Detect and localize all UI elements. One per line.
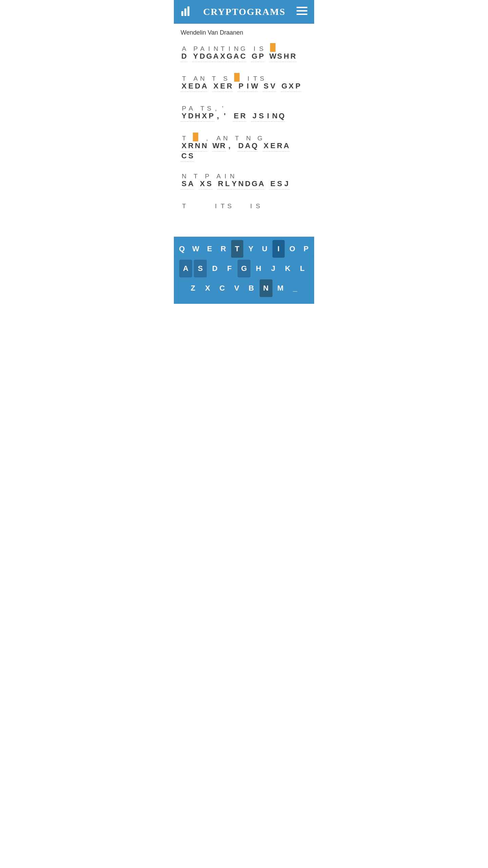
letter-cell[interactable]: X bbox=[199, 179, 206, 190]
letter-cell[interactable]: X bbox=[263, 141, 269, 152]
letter-cell[interactable]: A bbox=[258, 179, 265, 190]
letter-cell[interactable]: N bbox=[199, 73, 206, 82]
letter-cell[interactable]: R bbox=[219, 141, 226, 152]
key-underscore[interactable]: _ bbox=[289, 279, 302, 297]
letter-cell[interactable]: P bbox=[192, 43, 199, 52]
letter-cell[interactable]: C bbox=[240, 52, 246, 62]
key-F[interactable]: F bbox=[223, 260, 236, 277]
key-B[interactable]: B bbox=[245, 279, 258, 297]
letter-cell[interactable]: T bbox=[181, 73, 187, 82]
letter-cell[interactable]: T bbox=[192, 171, 199, 179]
letter-cell[interactable]: T bbox=[181, 133, 187, 141]
letter-cell[interactable]: S bbox=[276, 52, 283, 62]
letter-cell[interactable]: V bbox=[269, 82, 276, 92]
letter-cell[interactable]: Y bbox=[192, 52, 199, 62]
letter-cell[interactable]: H bbox=[283, 52, 290, 62]
letter-cell[interactable]: T bbox=[219, 43, 226, 52]
key-W[interactable]: W bbox=[190, 240, 202, 258]
letter-cell[interactable]: A bbox=[187, 179, 194, 190]
letter-cell[interactable]: N bbox=[238, 179, 244, 190]
letter-cell[interactable]: N bbox=[194, 141, 201, 152]
letter-cell[interactable]: T bbox=[233, 133, 240, 141]
letter-cell[interactable]: A bbox=[212, 52, 219, 62]
letter-cell[interactable]: G bbox=[226, 52, 233, 62]
letter-cell[interactable]: S bbox=[181, 179, 187, 190]
letter-cell[interactable]: X bbox=[181, 82, 187, 92]
letter-cell[interactable]: I bbox=[265, 112, 271, 122]
key-N[interactable]: N bbox=[260, 279, 272, 297]
letter-cell[interactable]: I bbox=[206, 43, 212, 52]
letter-cell[interactable]: D bbox=[199, 52, 206, 62]
letter-cell[interactable]: A bbox=[187, 103, 194, 112]
letter-cell[interactable] bbox=[192, 133, 199, 141]
menu-icon[interactable] bbox=[297, 5, 307, 19]
letter-cell[interactable]: A bbox=[199, 43, 206, 52]
letter-cell[interactable]: G bbox=[251, 52, 258, 62]
letter-cell[interactable]: X bbox=[201, 112, 208, 122]
letter-cell[interactable]: J bbox=[251, 112, 258, 122]
key-Q[interactable]: Q bbox=[176, 240, 188, 258]
letter-cell[interactable]: X bbox=[212, 82, 219, 92]
letter-cell[interactable]: X bbox=[288, 82, 294, 92]
key-L[interactable]: L bbox=[296, 260, 309, 277]
key-M[interactable]: M bbox=[274, 279, 287, 297]
letter-cell[interactable]: Q bbox=[278, 112, 285, 122]
letter-cell[interactable]: I bbox=[251, 43, 258, 52]
letter-cell[interactable]: G bbox=[251, 179, 258, 190]
letter-cell[interactable]: D bbox=[181, 52, 187, 62]
key-P[interactable]: P bbox=[300, 240, 312, 258]
letter-cell[interactable]: A bbox=[201, 82, 208, 92]
letter-cell[interactable]: P bbox=[294, 82, 301, 92]
key-H[interactable]: H bbox=[252, 260, 265, 277]
letter-cell[interactable]: ' bbox=[221, 112, 228, 122]
letter-cell[interactable]: I bbox=[245, 73, 252, 82]
letter-cell[interactable]: R bbox=[226, 82, 233, 92]
letter-cell[interactable]: E bbox=[269, 179, 276, 190]
letter-cell[interactable]: E bbox=[187, 82, 194, 92]
letter-cell[interactable]: N bbox=[181, 171, 187, 179]
key-T[interactable]: T bbox=[231, 240, 243, 258]
letter-cell[interactable]: R bbox=[290, 52, 297, 62]
letter-cell[interactable]: , bbox=[204, 133, 210, 141]
letter-cell[interactable]: R bbox=[187, 141, 194, 152]
letter-cell[interactable]: G bbox=[206, 52, 212, 62]
letter-cell[interactable]: S bbox=[206, 103, 212, 112]
letter-cell[interactable]: S bbox=[258, 112, 265, 122]
key-A[interactable]: A bbox=[179, 260, 192, 277]
letter-cell[interactable]: X bbox=[219, 52, 226, 62]
letter-cell[interactable]: N bbox=[222, 133, 229, 141]
letter-cell[interactable]: A bbox=[192, 73, 199, 82]
letter-cell[interactable]: N bbox=[245, 133, 252, 141]
key-Z[interactable]: Z bbox=[187, 279, 200, 297]
letter-cell[interactable]: P bbox=[208, 112, 215, 122]
letter-cell[interactable]: Q bbox=[251, 141, 258, 152]
key-V[interactable]: V bbox=[230, 279, 243, 297]
letter-cell[interactable]: S bbox=[222, 73, 229, 82]
letter-cell[interactable]: S bbox=[259, 73, 265, 82]
letter-cell[interactable]: Y bbox=[181, 112, 187, 122]
letter-cell[interactable]: S bbox=[226, 200, 233, 209]
letter-cell[interactable]: N bbox=[271, 112, 278, 122]
letter-cell[interactable]: S bbox=[258, 43, 265, 52]
key-R[interactable]: R bbox=[217, 240, 229, 258]
letter-cell[interactable]: X bbox=[181, 141, 187, 152]
letter-cell[interactable]: T bbox=[199, 103, 206, 112]
letter-cell[interactable]: I bbox=[248, 200, 255, 209]
letter-cell[interactable]: R bbox=[217, 179, 224, 190]
letter-cell[interactable]: P bbox=[258, 52, 265, 62]
letter-cell[interactable]: T bbox=[219, 200, 226, 209]
letter-cell[interactable]: G bbox=[281, 82, 288, 92]
letter-cell[interactable]: C bbox=[181, 152, 187, 162]
key-I[interactable]: I bbox=[272, 240, 285, 258]
letter-cell[interactable]: R bbox=[276, 141, 283, 152]
letter-cell[interactable]: I bbox=[222, 171, 229, 179]
letter-cell[interactable]: T bbox=[181, 200, 187, 209]
key-K[interactable]: K bbox=[281, 260, 294, 277]
letter-cell[interactable]: D bbox=[187, 112, 194, 122]
letter-cell[interactable]: H bbox=[194, 112, 201, 122]
letter-cell[interactable]: R bbox=[240, 112, 246, 122]
letter-cell[interactable]: E bbox=[219, 82, 226, 92]
letter-cell[interactable]: T bbox=[252, 73, 259, 82]
letter-cell[interactable]: A bbox=[233, 52, 240, 62]
letter-cell[interactable]: W bbox=[251, 82, 258, 92]
